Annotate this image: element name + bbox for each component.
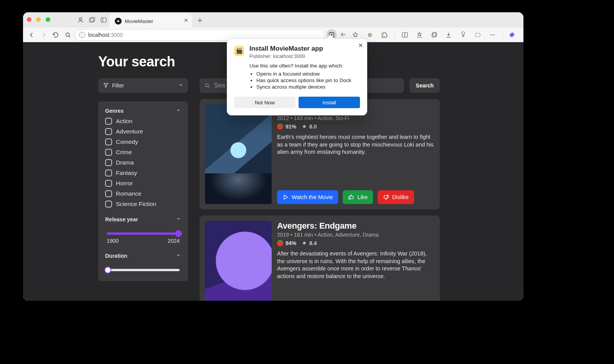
reload-button[interactable] bbox=[50, 29, 61, 41]
split-screen-icon[interactable] bbox=[399, 29, 411, 41]
duration-slider[interactable] bbox=[104, 263, 183, 271]
downloads-icon[interactable] bbox=[442, 29, 455, 41]
color-picker-icon[interactable] bbox=[364, 29, 376, 41]
svg-rect-1 bbox=[89, 18, 94, 23]
popup-feature: Syncs across multiple devices bbox=[256, 84, 360, 90]
movie-poster[interactable]: MARVEL AVENGERS MAY 4 bbox=[205, 104, 272, 204]
back-button[interactable] bbox=[26, 29, 37, 41]
svg-rect-11 bbox=[433, 32, 437, 36]
filter-icon bbox=[103, 82, 109, 89]
watch-button[interactable]: Watch the Movie bbox=[277, 190, 338, 204]
install-button[interactable]: Install bbox=[299, 97, 360, 108]
popup-feature: Has quick access options like pin to Doc… bbox=[256, 77, 360, 83]
close-tab-icon[interactable]: ✕ bbox=[184, 17, 188, 23]
checkbox-icon[interactable] bbox=[105, 138, 112, 145]
thumbs-down-icon bbox=[383, 194, 389, 200]
filter-label: Filter bbox=[112, 82, 124, 89]
performance-icon[interactable] bbox=[457, 29, 469, 41]
star-icon bbox=[302, 124, 307, 129]
collections-icon[interactable] bbox=[428, 29, 440, 41]
checkbox-icon[interactable] bbox=[105, 170, 112, 176]
checkbox-icon[interactable] bbox=[105, 118, 112, 125]
filter-sidebar: Filter Genres Action Adventure Comedy Cr bbox=[98, 78, 188, 301]
svg-rect-12 bbox=[475, 33, 480, 36]
checkbox-icon[interactable] bbox=[105, 159, 112, 166]
dislike-button[interactable]: Dislike bbox=[378, 190, 414, 204]
new-tab-button[interactable]: ＋ bbox=[195, 15, 205, 25]
checkbox-icon[interactable] bbox=[105, 128, 112, 135]
release-year-slider[interactable]: 19002024 bbox=[104, 226, 183, 244]
genre-checkbox[interactable]: Crime bbox=[105, 149, 181, 156]
thumbs-up-icon bbox=[348, 194, 354, 200]
release-year-section-header[interactable]: Release year bbox=[105, 216, 181, 222]
sidebar-toggle-icon[interactable] bbox=[98, 14, 109, 26]
tab-search-icon[interactable] bbox=[63, 29, 73, 41]
genre-checkbox[interactable]: Comedy bbox=[105, 138, 181, 145]
svg-rect-2 bbox=[91, 17, 95, 21]
star-rating: 8.0 bbox=[309, 124, 317, 130]
svg-point-0 bbox=[79, 18, 82, 20]
minimize-window-icon[interactable] bbox=[36, 17, 41, 22]
rt-score: 94% bbox=[286, 240, 296, 246]
movie-card: A Avengers: Endgame 2019 • 181 min • Act… bbox=[200, 216, 440, 301]
movie-meta: 2012 • 143 min • Action, Sci-Fi bbox=[277, 115, 434, 121]
genre-checkbox[interactable]: Adventure bbox=[105, 128, 181, 135]
browser-tab[interactable]: MovieMaster ✕ bbox=[109, 13, 192, 29]
site-info-icon[interactable]: i bbox=[79, 32, 85, 38]
slider-thumb[interactable] bbox=[104, 267, 111, 273]
checkbox-icon[interactable] bbox=[105, 149, 112, 156]
popup-publisher: Publisher: localhost:3000 bbox=[249, 53, 360, 59]
rt-score: 91% bbox=[286, 124, 296, 130]
filter-toggle[interactable]: Filter bbox=[98, 78, 188, 93]
popup-feature: Opens in a focused window bbox=[256, 71, 360, 77]
workspaces-icon[interactable] bbox=[86, 14, 98, 26]
duration-section-header[interactable]: Duration bbox=[105, 252, 181, 259]
svg-point-14 bbox=[492, 34, 493, 35]
checkbox-icon[interactable] bbox=[105, 180, 112, 187]
popup-title: Install MovieMaster app bbox=[249, 45, 360, 53]
toolbar-icons bbox=[364, 29, 521, 41]
genre-checkbox[interactable]: Fantasy bbox=[105, 170, 181, 176]
window-controls[interactable] bbox=[27, 16, 75, 23]
close-icon[interactable]: ✕ bbox=[358, 42, 363, 49]
genre-checkbox[interactable]: Romance bbox=[105, 190, 181, 197]
forward-button bbox=[38, 29, 49, 41]
chevron-down-icon bbox=[176, 252, 181, 259]
url-host: localhost bbox=[88, 32, 109, 38]
checkbox-icon[interactable] bbox=[105, 201, 112, 208]
genres-section-header[interactable]: Genres bbox=[105, 107, 181, 114]
maximize-window-icon[interactable] bbox=[46, 17, 50, 22]
genre-checkbox[interactable]: Science Fiction bbox=[105, 201, 181, 208]
movie-description: After the devastating events of Avengers… bbox=[277, 250, 434, 280]
like-button[interactable]: Like bbox=[343, 190, 373, 204]
extensions-icon[interactable] bbox=[378, 29, 391, 41]
popup-prompt: Use this site often? Install the app whi… bbox=[249, 63, 360, 69]
range-min: 1900 bbox=[107, 238, 119, 244]
search-button[interactable]: Search bbox=[409, 78, 440, 93]
movie-description: Earth's mightiest heroes must come toget… bbox=[277, 133, 434, 156]
copilot-icon[interactable] bbox=[507, 29, 519, 41]
star-rating: 8.4 bbox=[309, 240, 317, 246]
tab-title: MovieMaster bbox=[125, 18, 153, 24]
url-port: :3000 bbox=[109, 32, 123, 38]
tab-bar: MovieMaster ✕ ＋ bbox=[23, 12, 523, 28]
genre-checkbox[interactable]: Action bbox=[105, 118, 181, 125]
checkbox-icon[interactable] bbox=[105, 190, 112, 197]
svg-rect-10 bbox=[432, 33, 436, 37]
profile-icon[interactable] bbox=[75, 14, 86, 26]
genre-checkbox[interactable]: Drama bbox=[105, 159, 181, 166]
more-menu-icon[interactable] bbox=[486, 29, 498, 41]
tomato-icon bbox=[277, 240, 283, 246]
not-now-button[interactable]: Not Now bbox=[234, 97, 295, 108]
svg-rect-3 bbox=[101, 18, 106, 22]
slider-thumb[interactable] bbox=[175, 230, 182, 237]
genre-checkbox[interactable]: Horror bbox=[105, 180, 181, 187]
play-icon bbox=[282, 194, 289, 200]
favorites-bar-icon[interactable] bbox=[413, 29, 426, 41]
popup-feature-list: Opens in a focused window Has quick acce… bbox=[249, 71, 360, 90]
movie-poster[interactable]: A bbox=[205, 221, 272, 301]
range-max: 2024 bbox=[168, 238, 180, 244]
favicon-icon bbox=[115, 18, 122, 25]
screenshot-icon[interactable] bbox=[472, 29, 484, 41]
close-window-icon[interactable] bbox=[27, 17, 31, 22]
